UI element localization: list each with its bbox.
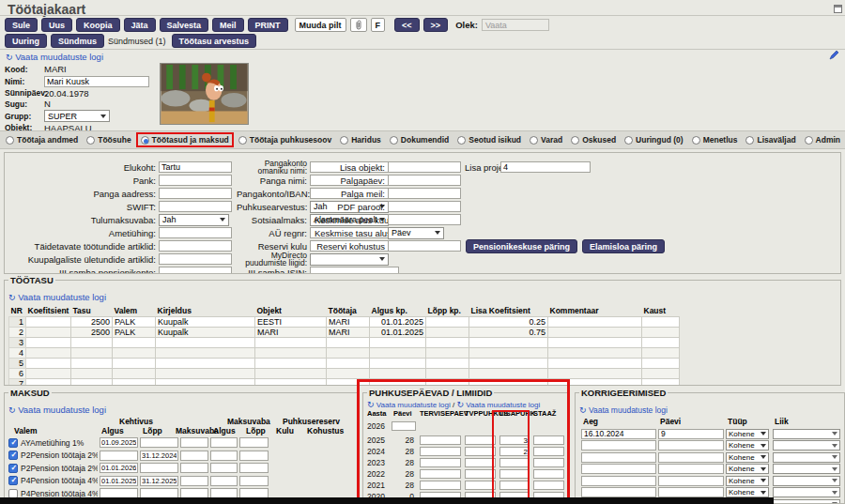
table-cell[interactable]: [426, 327, 469, 337]
date-input[interactable]: [581, 452, 656, 463]
seniority-input[interactable]: [533, 469, 564, 479]
table-cell[interactable]: [469, 378, 548, 386]
tab-item[interactable]: Töösuhe: [86, 135, 131, 145]
table-cell[interactable]: 6: [9, 368, 26, 378]
table-cell[interactable]: 2500: [71, 316, 113, 327]
days-input[interactable]: [658, 429, 724, 439]
table-cell[interactable]: [642, 347, 680, 358]
table-cell[interactable]: 4: [9, 347, 26, 358]
taxfree-input[interactable]: [180, 476, 208, 486]
tax-checkbox[interactable]: [8, 451, 18, 460]
table-cell[interactable]: [255, 378, 327, 386]
taxfree-input[interactable]: [180, 463, 208, 473]
tab-item[interactable]: Menetlus: [692, 135, 738, 145]
field-input[interactable]: [388, 201, 461, 212]
tvp-vacation-input[interactable]: [465, 458, 496, 467]
table-cell[interactable]: [71, 368, 113, 378]
toolbar-button[interactable]: Salvesta: [160, 18, 209, 32]
health-day-input[interactable]: [420, 469, 461, 479]
table-cell[interactable]: PALK: [113, 327, 156, 337]
table-cell[interactable]: [156, 337, 255, 347]
table-cell[interactable]: Kuupalk: [156, 316, 255, 327]
table-cell[interactable]: [426, 368, 469, 378]
validity-start-input[interactable]: [100, 437, 138, 448]
tax-checkbox[interactable]: [8, 464, 18, 473]
type-select[interactable]: Kohene: [726, 487, 769, 497]
table-cell[interactable]: [370, 378, 426, 386]
view-change-log-link[interactable]: ↻ Vaata muudatuste logi: [579, 405, 668, 415]
tab-item[interactable]: Dokumendid: [390, 135, 449, 145]
health-day-input[interactable]: [420, 481, 461, 490]
table-cell[interactable]: 5: [9, 358, 26, 368]
tax-checkbox[interactable]: [8, 476, 18, 485]
field-input[interactable]: [388, 214, 461, 225]
table-cell[interactable]: [71, 347, 113, 358]
view-change-log-link[interactable]: ↻ Vaata muudatuste logi: [8, 405, 106, 415]
taxfree-end-input[interactable]: [239, 476, 269, 486]
font-button[interactable]: F: [371, 18, 386, 32]
seniority-input[interactable]: [533, 458, 564, 467]
field-input[interactable]: [388, 240, 461, 252]
kind-select[interactable]: [773, 476, 840, 486]
table-cell[interactable]: [26, 316, 71, 327]
kind-select[interactable]: [773, 429, 840, 439]
table-cell[interactable]: [113, 337, 156, 347]
view-change-log-link[interactable]: ↻ Vaata muudatuste logi: [456, 401, 540, 409]
days-input[interactable]: [658, 452, 724, 463]
field-select[interactable]: [310, 253, 389, 266]
view-change-log-link[interactable]: ↻ Vaata muudatuste logi: [8, 292, 106, 302]
toolbar-button[interactable]: Uuring: [5, 34, 47, 48]
table-cell[interactable]: 1: [9, 316, 26, 327]
type-select[interactable]: Kohene: [726, 476, 769, 486]
group-select[interactable]: SUPER: [44, 110, 110, 122]
table-cell[interactable]: [642, 378, 680, 386]
table-cell[interactable]: [548, 368, 642, 378]
field-input[interactable]: [159, 201, 232, 212]
validity-start-input[interactable]: [100, 476, 138, 486]
seniority-input[interactable]: [533, 447, 564, 456]
table-cell[interactable]: [469, 368, 548, 378]
taxfree-end-input[interactable]: [239, 463, 269, 473]
field-input[interactable]: [159, 161, 232, 173]
table-cell[interactable]: [156, 358, 255, 368]
toolbar-button[interactable]: PRINT: [248, 18, 288, 32]
field-input[interactable]: [159, 188, 232, 199]
taxfree-start-input[interactable]: [210, 437, 238, 448]
tab-item[interactable]: Varad: [530, 135, 562, 145]
table-cell[interactable]: [548, 378, 642, 386]
kind-select[interactable]: [773, 487, 840, 497]
validity-start-input[interactable]: [100, 451, 138, 461]
days-input[interactable]: [658, 440, 724, 451]
table-cell[interactable]: [156, 347, 255, 358]
field-input[interactable]: [159, 253, 232, 265]
field-select[interactable]: Päev: [388, 227, 444, 239]
days-input[interactable]: [658, 476, 724, 486]
days-input[interactable]: [658, 464, 724, 474]
table-cell[interactable]: [426, 378, 469, 386]
table-cell[interactable]: 01.01.2025: [370, 327, 426, 337]
validity-end-input[interactable]: [140, 476, 178, 486]
table-cell[interactable]: PALK: [113, 316, 156, 327]
taxfree-end-input[interactable]: [239, 451, 269, 461]
tab-item[interactable]: Uuringud (0): [624, 135, 684, 145]
table-cell[interactable]: [26, 327, 71, 337]
days-input[interactable]: [392, 421, 416, 431]
table-cell[interactable]: MARI: [255, 327, 327, 337]
table-cell[interactable]: [548, 337, 642, 347]
change-picture-button[interactable]: Muuda pilt: [295, 18, 346, 32]
type-select[interactable]: Kohene: [726, 464, 769, 474]
type-select[interactable]: Kohene: [726, 452, 769, 463]
table-cell[interactable]: [327, 358, 370, 368]
table-cell[interactable]: 2500: [71, 327, 113, 337]
table-cell[interactable]: [156, 368, 255, 378]
table-cell[interactable]: 0.25: [469, 316, 548, 327]
tvp-vacation-input[interactable]: [465, 481, 496, 490]
field-input[interactable]: [388, 161, 461, 173]
toolbar-button[interactable]: Koopia: [76, 18, 120, 32]
table-cell[interactable]: [370, 337, 426, 347]
toolbar-button[interactable]: Sündmus: [51, 34, 104, 48]
table-cell[interactable]: [642, 327, 680, 337]
table-cell[interactable]: [26, 358, 71, 368]
field-input[interactable]: [159, 240, 232, 252]
table-cell[interactable]: [156, 378, 255, 386]
